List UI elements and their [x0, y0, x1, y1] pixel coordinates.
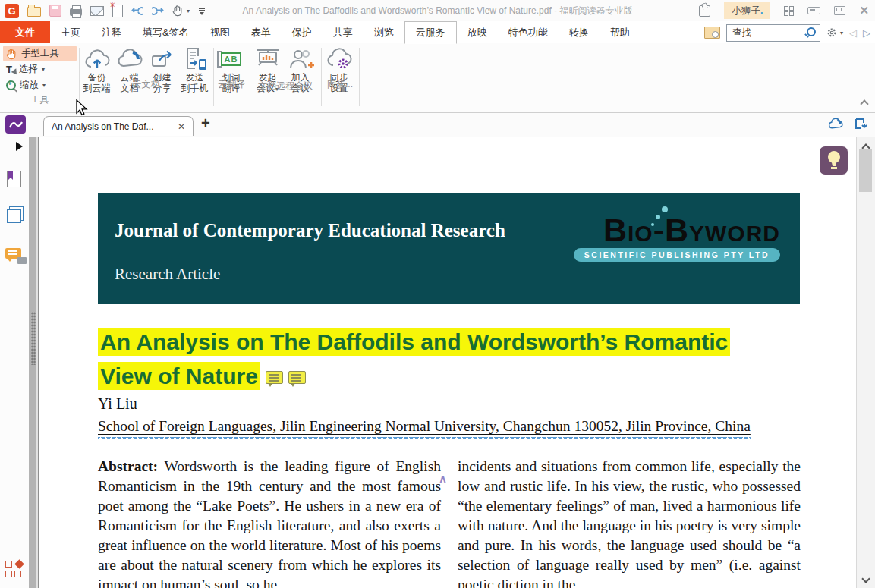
zoom-tool-button[interactable]: 缩放 ▾ [3, 77, 77, 93]
customize-toolbar-icon[interactable] [198, 6, 206, 15]
ribbon-separator [213, 48, 214, 106]
tab-fill-sign[interactable]: 填写&签名 [132, 21, 200, 43]
body-column-right: incidents and situations from common lif… [458, 457, 801, 588]
search-icon[interactable] [807, 27, 816, 36]
tabstrip-right-icons [827, 118, 867, 130]
abstract-column-left: Abstract: Wordsworth is the leading figu… [98, 457, 441, 588]
tips-lightbulb-button[interactable] [820, 146, 848, 175]
scroll-down-arrow-icon[interactable] [863, 576, 869, 582]
hand-tool-quick-icon[interactable] [172, 5, 184, 17]
foxit-purple-logo-icon[interactable] [5, 115, 26, 134]
expand-panel-arrow-icon[interactable] [16, 142, 23, 151]
tab-browse[interactable]: 浏览 [364, 21, 404, 43]
redo-icon[interactable] [152, 5, 164, 17]
find-settings-gear-icon[interactable] [826, 27, 837, 38]
scrollbar-thumb[interactable] [859, 149, 872, 192]
find-toolbar: ▾ ◁ ▷ [704, 24, 870, 42]
caret-annotation-icon[interactable]: ∧ [439, 469, 447, 489]
user-name: 小狮子 [732, 5, 760, 17]
vertical-scrollbar[interactable] [856, 137, 875, 588]
tab-share[interactable]: 共享 [323, 21, 364, 43]
title-bar: G ▾ An Analysis on The Daffodils and Wor… [0, 0, 875, 21]
hand-tool-dropdown-caret-icon[interactable]: ▾ [187, 8, 190, 14]
cloud-status-icon[interactable] [827, 118, 844, 130]
abstract-label: Abstract: [98, 458, 158, 474]
bookmarks-panel-icon[interactable] [7, 171, 21, 187]
new-tab-button[interactable]: + [201, 115, 210, 132]
hand-tool-button[interactable]: 手型工具 [3, 46, 77, 61]
save-download-icon[interactable] [855, 118, 867, 130]
tab-form[interactable]: 表单 [241, 21, 282, 43]
find-previous-icon[interactable]: ◁ [849, 27, 857, 39]
foxit-logo-icon[interactable]: G [5, 4, 19, 18]
search-in-folder-icon[interactable] [704, 27, 720, 39]
send-to-phone-icon [181, 47, 209, 71]
select-dropdown-caret-icon[interactable]: ▾ [42, 66, 45, 73]
comment-note-icon[interactable] [266, 371, 283, 384]
publisher-logo-text: Bio-Byword [574, 212, 780, 247]
new-document-icon[interactable] [112, 5, 123, 17]
tab-features[interactable]: 特色功能 [498, 21, 559, 43]
minimize-button[interactable] [807, 7, 820, 14]
comment-note-icon[interactable] [288, 371, 306, 384]
cloud-documents-group-label: 云文档 [80, 78, 212, 91]
cloud-translate-group-label: 云翻译 [215, 78, 248, 91]
sync-group-label: 同步... [323, 78, 357, 91]
maximize-restore-button[interactable] [834, 6, 845, 15]
quick-widgets-icon[interactable] [5, 561, 24, 577]
find-next-icon[interactable]: ▷ [863, 27, 870, 39]
close-button[interactable]: ✕ [859, 5, 869, 16]
logo-bubbles-icon [662, 206, 668, 212]
zoom-tool-label: 缩放 [20, 79, 39, 92]
share-arrow-icon [148, 48, 177, 71]
select-tool-button[interactable]: T 选择 ▾ [3, 61, 77, 77]
abstract-text: Wordsworth is the leading figure of Engl… [98, 458, 441, 588]
tab-comment[interactable]: 注释 [91, 21, 132, 43]
tab-view[interactable]: 视图 [200, 21, 241, 43]
group-sync: 同步 设置 同步... [323, 46, 357, 93]
undo-icon[interactable] [131, 5, 143, 17]
document-tab-close-icon[interactable]: ✕ [178, 121, 185, 132]
ribbon-separator [321, 48, 322, 106]
journal-name: Journal of Contemporary Educational Rese… [115, 220, 505, 241]
ribbon-cloud-service: 手型工具 T 选择 ▾ 缩放 ▾ 工具 备份 到云端 云端 文档 创建 分享 [0, 43, 875, 113]
zoom-icon [6, 80, 16, 90]
splitter-drag-handle-icon[interactable] [31, 312, 36, 365]
ui-mode-switch-icon[interactable] [784, 6, 794, 16]
titlebar-controls: 小狮子. ✕ [699, 0, 869, 21]
tab-cloud-service[interactable]: 云服务 [404, 21, 457, 44]
comments-panel-icon[interactable] [5, 248, 21, 259]
sync-settings-icon [325, 48, 354, 71]
tab-file[interactable]: 文件 [0, 21, 50, 43]
ribbon-separator [250, 48, 250, 106]
document-page[interactable]: Journal of Contemporary Educational Rese… [39, 137, 857, 588]
document-tab[interactable]: An Analysis on The Daf... ✕ [43, 116, 194, 136]
email-icon[interactable] [90, 6, 104, 16]
join-meeting-icon [287, 47, 314, 71]
remote-meeting-group-label: 文档远程会议 [251, 80, 319, 93]
article-title: An Analysis on The Daffodils and Wordswo… [98, 325, 781, 393]
save-icon[interactable] [49, 5, 61, 17]
document-tab-strip: An Analysis on The Daf... ✕ + [0, 113, 875, 137]
tab-protect[interactable]: 保护 [282, 21, 323, 43]
tab-help[interactable]: 帮助 [600, 21, 641, 43]
collapse-ribbon-button[interactable] [861, 99, 867, 106]
open-file-icon[interactable] [27, 7, 41, 17]
tab-presentation[interactable]: 放映 [457, 21, 498, 43]
user-account-button[interactable]: 小狮子. [724, 2, 770, 19]
tab-home[interactable]: 主页 [50, 21, 91, 43]
tools-panel: 手型工具 T 选择 ▾ 缩放 ▾ 工具 [3, 46, 77, 93]
scroll-up-arrow-icon[interactable] [863, 143, 869, 149]
zoom-dropdown-caret-icon[interactable]: ▾ [42, 82, 46, 89]
share-feedback-icon[interactable] [699, 5, 710, 17]
tab-convert[interactable]: 转换 [559, 21, 600, 43]
find-input[interactable] [731, 26, 807, 40]
print-icon[interactable] [70, 8, 82, 16]
tools-group-label: 工具 [3, 93, 77, 106]
user-dot: . [760, 5, 763, 16]
select-icon: T [6, 64, 15, 75]
panel-splitter[interactable] [29, 137, 39, 588]
group-remote-meeting: 发起 会议 加入 会议 文档远程会议 [251, 46, 319, 95]
find-settings-caret-icon[interactable]: ▾ [840, 30, 843, 36]
page-thumbnails-icon[interactable] [7, 209, 21, 223]
